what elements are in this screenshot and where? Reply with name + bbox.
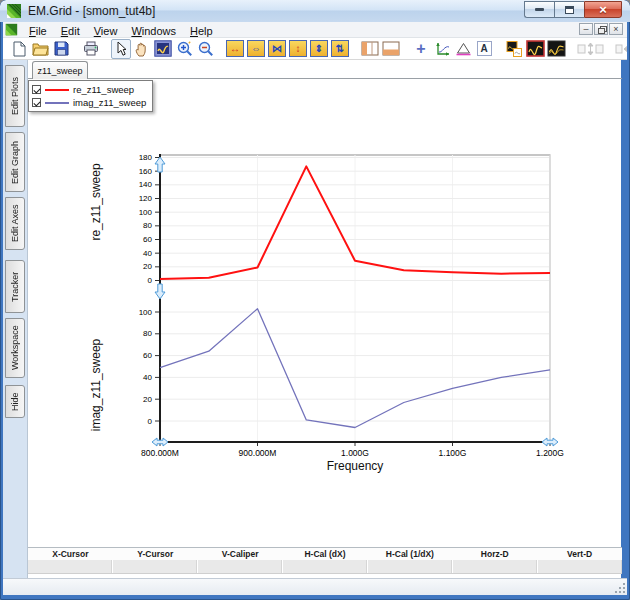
cursor-cell [28,560,112,573]
open-icon[interactable] [30,39,50,59]
cursor-cell [452,560,537,573]
plot-style-dark-icon[interactable] [525,39,545,59]
cursor-cell [367,560,452,573]
toolbar: ↔⇔⋈↕⇕⇅+ALayou [3,38,627,60]
cursor-col-h-cal-dx-: H-Cal (dX) [283,548,368,560]
legend-checkbox-re_z11_sweep[interactable] [32,85,41,94]
y-tick-label: 80 [143,329,152,338]
fit-horizontal-icon[interactable]: ⋈ [267,39,287,59]
y-axis-title-re_z11_sweep: re_z11_sweep [89,163,103,240]
menu-view[interactable]: View [87,25,125,37]
legend-item: re_z11_sweep [32,83,146,96]
mdi-close-button[interactable]: × [609,23,623,35]
legend-item: imag_z11_sweep [32,96,146,109]
cursor-table-row [28,560,622,574]
cursor-col-y-cursor: Y-Cursor [113,548,198,560]
auto-fit-vertical-icon[interactable] [576,39,604,59]
minimize-button[interactable] [524,1,554,18]
plot-legend: re_z11_sweepimag_z11_sweep [28,80,153,112]
pan-hand-icon[interactable] [132,39,152,59]
zoom-in-icon[interactable] [174,39,194,59]
menu-items: FileEditViewWindowsHelp [22,21,220,39]
auto-fit-horizontal-icon[interactable] [614,39,627,59]
cursor-cell [282,560,367,573]
x-tick-label: 900.000M [239,448,277,458]
em-grid-window: EM.Grid - [smom_tut4b] × FileEditViewWin… [0,0,630,600]
cursor-col-x-cursor: X-Cursor [28,548,113,560]
legend-label: imag_z11_sweep [73,97,146,108]
y-tick-label: 40 [143,249,152,258]
x-tick-label: 1.000G [341,448,369,458]
y-tick-label: 100 [139,208,153,217]
legend-checkbox-imag_z11_sweep[interactable] [32,98,41,107]
cursor-cell [197,560,282,573]
y-tick-label: 140 [139,180,153,189]
fit-vertical-icon[interactable]: ⇅ [330,39,350,59]
doc-tab-label: z11_sweep [38,66,83,76]
legend-line-sample [45,89,69,91]
expand-vertical-icon[interactable]: ↕ [288,39,308,59]
new-icon[interactable] [9,39,29,59]
mdi-minimize-button[interactable]: – [579,23,593,35]
title-bar[interactable]: EM.Grid - [smom_tut4b] × [0,0,630,22]
app-logo-icon [6,3,22,19]
crosshair-cursor-icon[interactable]: + [411,39,431,59]
legend-line-sample [45,102,69,104]
shrink-vertical-icon[interactable]: ⇕ [309,39,329,59]
maximize-button[interactable] [554,1,584,18]
tabbar-divider [28,78,622,79]
zoom-out-icon[interactable] [195,39,215,59]
menu-windows[interactable]: Windows [124,25,183,37]
doc-tab-z11-sweep[interactable]: z11_sweep [32,61,88,79]
cursor-table-headers: X-CursorY-CursorV-CaliperH-Cal (dX)H-Cal… [28,548,622,560]
document-area: z11_sweep re_z11_sweepimag_z11_sweep 020… [27,60,621,578]
chart-canvas[interactable]: 020406080100120140160180re_z11_sweep0204… [86,145,576,480]
sidebar-tab-workspace[interactable]: Workspace [5,318,25,378]
print-icon[interactable] [81,39,101,59]
x-tick-label: 1.200G [536,448,564,458]
y-axis-title-imag_z11_sweep: imag_z11_sweep [89,338,103,431]
menu-edit[interactable]: Edit [54,25,87,37]
menu-bar: FileEditViewWindowsHelp – × [3,22,627,38]
sidebar-tab-hide[interactable]: Hide [5,385,25,418]
sidebar: Edit PlotsEdit GraphEdit AxesTrackerWork… [3,60,27,578]
x-tick-label: 800.000M [141,448,179,458]
mdi-document-icon [5,23,18,36]
x-axis-title: Frequency [327,459,384,473]
y-tick-label: 160 [139,167,153,176]
sidebar-tab-edit-axes[interactable]: Edit Axes [5,197,25,250]
select-pointer-icon[interactable] [111,39,131,59]
y-tick-label: 120 [139,194,153,203]
cursor-cell [537,560,622,573]
save-icon[interactable] [51,39,71,59]
cursor-col-h-cal-1-dx-: H-Cal (1/dX) [367,548,452,560]
status-bar [3,578,627,595]
shrink-horizontal-icon[interactable]: ⇔ [246,39,266,59]
menu-file[interactable]: File [22,25,54,37]
y-tick-label: 80 [143,221,152,230]
y-tick-label: 60 [143,235,152,244]
y-tick-label: 60 [143,351,152,360]
text-annotation-icon[interactable]: A [474,39,494,59]
mdi-restore-button[interactable] [594,23,608,35]
sidebar-tab-tracker[interactable]: Tracker [5,260,25,313]
sidebar-tab-edit-graph[interactable]: Edit Graph [5,132,25,192]
y-tick-label: 0 [148,417,153,426]
overlay-plots-icon[interactable] [504,39,524,59]
resize-grip[interactable] [614,582,625,593]
cursor-col-v-caliper: V-Caliper [198,548,283,560]
split-vertical-icon[interactable] [360,39,380,59]
plot-style-multi-icon[interactable] [546,39,566,59]
expand-horizontal-icon[interactable]: ↔ [225,39,245,59]
x-tick-label: 1.100G [439,448,467,458]
split-horizontal-icon[interactable] [381,39,401,59]
window-title: EM.Grid - [smom_tut4b] [28,4,155,18]
caliper-triangle-icon[interactable] [453,39,473,59]
menu-help[interactable]: Help [183,25,220,37]
zoom-window-icon[interactable] [153,39,173,59]
y-tick-label: 180 [139,153,153,162]
sidebar-tab-edit-plots[interactable]: Edit Plots [5,65,25,127]
cursor-cell [112,560,197,573]
close-button[interactable]: × [584,1,622,18]
axes-marker-icon[interactable] [432,39,452,59]
